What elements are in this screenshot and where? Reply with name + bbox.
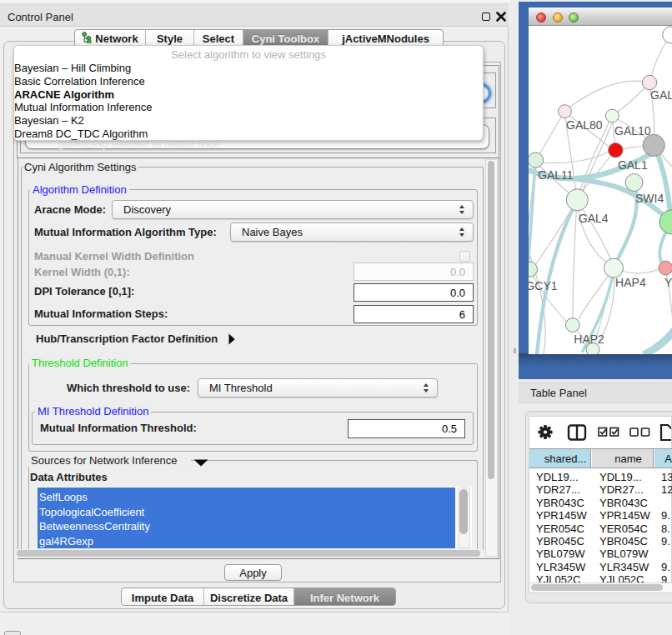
svg-text:HAP4: HAP4 bbox=[615, 276, 646, 289]
svg-text:GAL4: GAL4 bbox=[579, 212, 609, 225]
svg-text:YE: YE bbox=[664, 276, 672, 289]
svg-text:HAP2: HAP2 bbox=[574, 332, 604, 346]
svg-text:GCY1: GCY1 bbox=[529, 279, 558, 292]
svg-text:GAL80: GAL80 bbox=[566, 118, 603, 132]
svg-text:GAL1: GAL1 bbox=[618, 158, 648, 172]
svg-text:GAL11: GAL11 bbox=[538, 168, 574, 182]
svg-text:GAL7: GAL7 bbox=[650, 88, 672, 102]
svg-text:GAL10: GAL10 bbox=[614, 124, 651, 138]
svg-text:SWI4: SWI4 bbox=[635, 192, 664, 205]
